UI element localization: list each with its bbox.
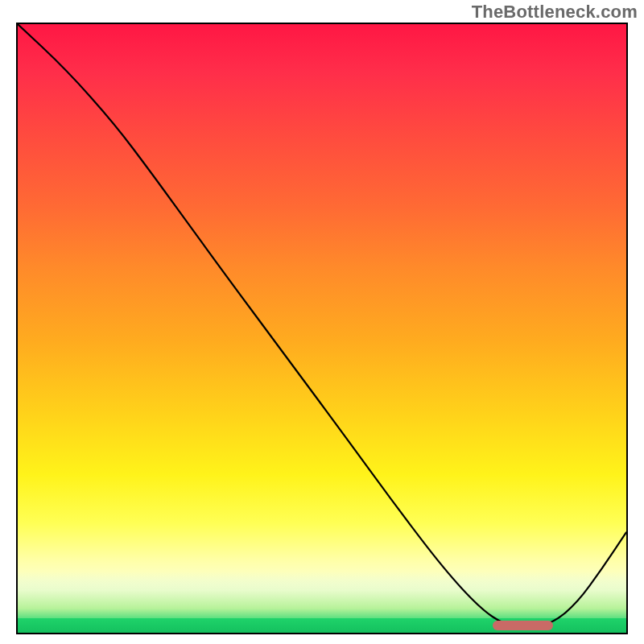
optimal-range-marker	[493, 621, 554, 630]
watermark-text: TheBottleneck.com	[472, 2, 638, 23]
plot-area	[16, 23, 628, 634]
chart-container: TheBottleneck.com	[0, 0, 644, 644]
heat-gradient	[18, 24, 626, 633]
